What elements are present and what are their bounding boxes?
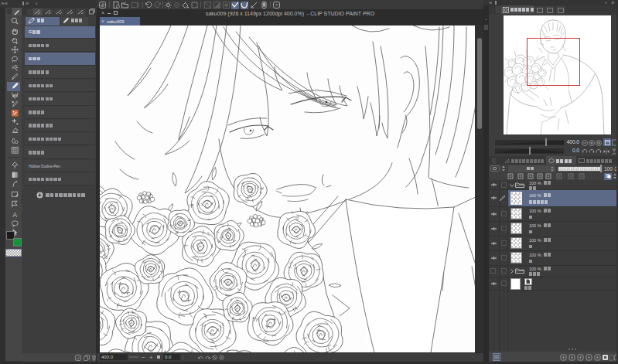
svg-text:A: A [12, 211, 17, 219]
svg-text:?: ? [275, 3, 278, 8]
